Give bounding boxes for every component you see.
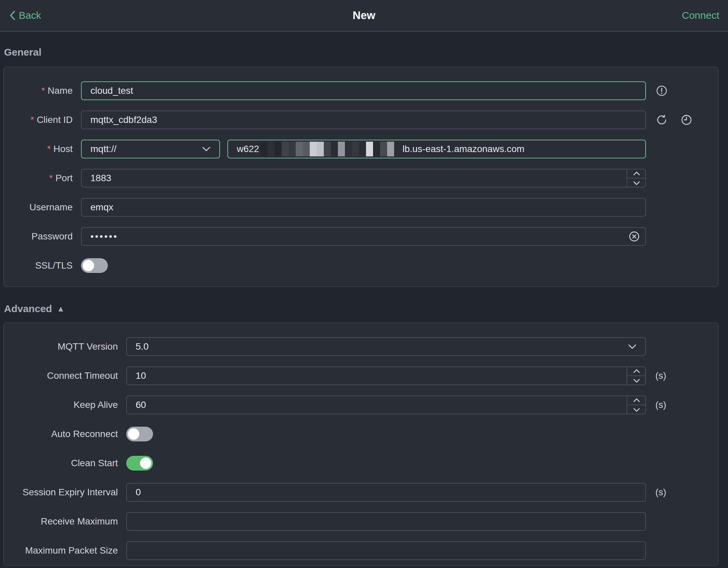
mqtt-version-label: MQTT Version [4, 341, 118, 352]
clean-start-toggle[interactable] [126, 456, 153, 471]
session-expiry-row: Session Expiry Interval (s) [4, 483, 718, 502]
username-label: Username [4, 202, 73, 213]
back-button[interactable]: Back [9, 10, 41, 21]
top-bar: Back New Connect [0, 0, 728, 32]
connect-timeout-row: Connect Timeout (s) [4, 366, 718, 385]
keep-alive-input[interactable] [126, 396, 646, 414]
clean-start-row: Clean Start [4, 454, 718, 473]
password-input[interactable] [81, 227, 646, 246]
toggle-knob [128, 428, 139, 440]
receive-maximum-row: Receive Maximum [4, 512, 718, 531]
required-marker: * [41, 85, 45, 96]
mqtt-version-row: MQTT Version 5.0 [4, 337, 718, 356]
port-stepper [627, 169, 646, 188]
keep-alive-row: Keep Alive (s) [4, 396, 718, 414]
collapse-triangle-icon: ▲ [57, 304, 65, 313]
advanced-card: MQTT Version 5.0 Connect Timeout [3, 323, 719, 566]
receive-maximum-label: Receive Maximum [4, 516, 118, 527]
connect-timeout-input[interactable] [126, 366, 646, 385]
seconds-unit: (s) [655, 400, 666, 410]
port-decrement-button[interactable] [627, 179, 646, 188]
advanced-section-toggle[interactable]: Advanced ▲ [4, 303, 719, 314]
client-id-input[interactable] [81, 111, 646, 129]
clean-start-label: Clean Start [4, 458, 118, 469]
mqtt-version-select[interactable]: 5.0 [126, 337, 646, 356]
auto-reconnect-toggle[interactable] [126, 427, 153, 441]
back-label: Back [19, 10, 41, 21]
receive-maximum-input[interactable] [126, 512, 646, 531]
protocol-select[interactable]: mqtt:// [81, 140, 220, 158]
chevron-left-icon [9, 10, 16, 21]
seconds-unit: (s) [655, 370, 666, 381]
history-clock-icon[interactable] [681, 114, 692, 126]
connect-button[interactable]: Connect [682, 10, 719, 21]
max-packet-size-row: Maximum Packet Size [4, 541, 718, 560]
clear-circle-icon[interactable] [629, 231, 640, 242]
username-row: Username [4, 198, 718, 217]
keep-alive-decrement-button[interactable] [627, 405, 646, 414]
connect-timeout-label: Connect Timeout [4, 370, 118, 381]
keep-alive-increment-button[interactable] [627, 396, 646, 405]
host-row: *Host mqtt:// w622 lb.us-east-1.amazonaw… [4, 140, 718, 158]
host-value-suffix: lb.us-east-1.amazonaws.com [403, 144, 524, 154]
connect-timeout-stepper [627, 366, 646, 385]
general-section-title: General [4, 47, 719, 58]
auto-reconnect-label: Auto Reconnect [4, 429, 118, 439]
username-input[interactable] [81, 198, 646, 217]
new-connection-page: Back New Connect General *Name [0, 0, 728, 568]
ssl-label: SSL/TLS [4, 260, 73, 271]
redacted-host-segment [261, 142, 401, 156]
mqtt-version-value: 5.0 [136, 341, 149, 352]
connect-timeout-increment-button[interactable] [627, 366, 646, 376]
connect-label: Connect [682, 10, 719, 21]
page-title: New [353, 9, 375, 22]
name-row: *Name [4, 81, 718, 100]
port-increment-button[interactable] [627, 169, 646, 179]
session-expiry-input[interactable] [126, 483, 646, 502]
connect-timeout-decrement-button[interactable] [627, 376, 646, 385]
name-label: *Name [4, 85, 73, 96]
host-label: *Host [4, 144, 73, 154]
protocol-value: mqtt:// [90, 144, 117, 154]
password-row: Password [4, 227, 718, 246]
toggle-knob [140, 457, 151, 469]
client-id-row: *Client ID [4, 111, 718, 129]
name-input[interactable] [81, 81, 646, 100]
seconds-unit: (s) [655, 487, 666, 498]
host-input[interactable]: w622 lb.us-east-1.amazonaws.com [227, 140, 646, 158]
keep-alive-stepper [627, 396, 646, 414]
max-packet-size-label: Maximum Packet Size [4, 545, 118, 556]
chevron-down-icon [628, 344, 637, 349]
ssl-toggle[interactable] [81, 258, 108, 273]
client-id-label: *Client ID [4, 115, 73, 125]
warning-circle-icon[interactable] [656, 85, 667, 96]
port-label: *Port [4, 173, 73, 184]
session-expiry-label: Session Expiry Interval [4, 487, 118, 498]
port-row: *Port [4, 169, 718, 188]
host-value-prefix: w622 [237, 144, 259, 154]
toggle-knob [83, 260, 94, 271]
port-input[interactable] [81, 169, 646, 188]
max-packet-size-input[interactable] [126, 541, 646, 560]
refresh-icon[interactable] [656, 114, 667, 126]
chevron-down-icon [202, 146, 211, 152]
password-label: Password [4, 231, 73, 242]
ssl-row: SSL/TLS [4, 256, 718, 275]
auto-reconnect-row: Auto Reconnect [4, 425, 718, 443]
general-card: *Name *Client ID [3, 67, 719, 287]
keep-alive-label: Keep Alive [4, 400, 118, 410]
